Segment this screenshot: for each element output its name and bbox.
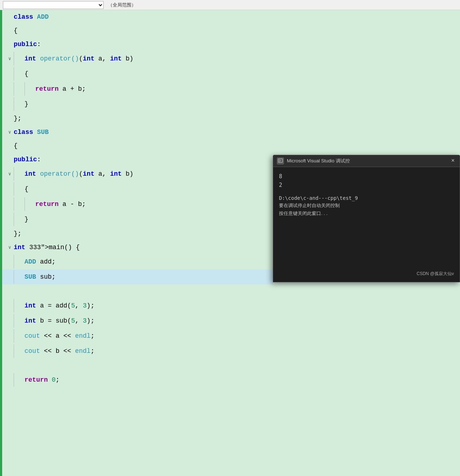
code-line: ∨int operator()(int a, int b) [2,166,274,181]
code-editor: class ADD{public:∨int operator()(int a, … [0,10,274,476]
console-titlebar: Microsoft Visual Studio 调试控 × [273,155,460,167]
indent-line [14,270,24,284]
code-line: { [2,139,274,153]
code-content: public: [14,41,41,48]
console-output-1: 8 [279,172,454,181]
fold-arrow-icon[interactable]: ∨ [6,244,14,250]
code-line: }; [2,227,274,241]
fold-arrow-icon[interactable]: ∨ [6,56,14,62]
code-line [2,284,274,298]
code-content: return a - b; [35,201,86,208]
code-line: cout << a << endl; [2,328,274,343]
code-lines-container: class ADD{public:∨int operator()(int a, … [2,10,274,476]
console-body: 8 2 D:\code\c-and---cpp\test_9 要在调试停止时自动… [273,167,460,268]
code-content: int operator()(int a, int b) [24,170,134,178]
console-msg1: 要在调试停止时自动关闭控制 [279,202,454,209]
fold-arrow-icon[interactable]: ∨ [6,129,14,135]
code-line: { [2,181,274,197]
code-content: class SUB [14,129,49,136]
code-line: cout << b << endl; [2,343,274,359]
code-line: SUB sub; [2,269,274,284]
indent-line [14,67,24,81]
code-line: { [2,66,274,81]
code-content: { [24,70,28,77]
code-content: int a = add(5, 3); [24,302,94,309]
console-output-2: 2 [279,181,454,189]
code-content: { [14,27,18,34]
code-content: int 333">main() { [14,244,80,251]
indent-line [14,344,24,358]
console-path: D:\code\c-and---cpp\test_9 [279,195,454,201]
code-line: } [2,96,274,112]
code-line: class ADD [2,10,274,24]
code-content: public: [14,156,41,163]
console-icon [277,157,284,165]
code-content: return 0; [24,376,59,383]
code-content: cout << a << endl; [24,332,94,340]
indent-line [14,314,24,328]
indent-line [14,299,24,313]
code-line: ADD add; [2,254,274,269]
code-content: } [24,216,28,223]
indent-line [14,212,24,226]
indent-line [24,197,35,211]
console-footer: CSDN @孤寂大仙v [273,268,460,282]
code-content: { [24,185,28,193]
code-line: return 0; [2,372,274,387]
indent-line [14,167,24,181]
indent-line [14,373,24,387]
code-line: } [2,212,274,227]
code-content: cout << b << endl; [24,347,94,355]
code-line: ∨class SUB [2,125,274,139]
code-line [2,359,274,372]
code-line: int b = sub(5, 3); [2,313,274,328]
indent-line [14,329,24,343]
fold-arrow-icon[interactable]: ∨ [6,171,14,177]
indent-line [14,82,24,96]
indent-line [14,197,24,211]
code-content: SUB sub; [24,273,55,280]
code-content: class ADD [14,13,49,21]
toolbar: （全局范围） [0,0,460,10]
code-line: return a - b; [2,197,274,212]
indent-line [14,97,24,111]
code-line: public: [2,37,274,51]
scope-label: （全局范围） [108,2,136,8]
code-content: } [24,100,28,108]
indent-line [14,255,24,269]
code-content: int b = sub(5, 3); [24,317,94,324]
console-popup: Microsoft Visual Studio 调试控 × 8 2 D:\cod… [273,155,460,282]
code-line: public: [2,153,274,166]
scope-dropdown[interactable] [3,1,104,9]
indent-line [24,82,35,96]
code-content: }; [14,115,22,122]
console-close-button[interactable]: × [450,158,456,164]
indent-line [14,182,24,196]
code-line: return a + b; [2,81,274,96]
code-line: { [2,24,274,37]
code-content: return a + b; [35,85,86,93]
code-content: { [14,142,18,149]
code-line: }; [2,112,274,125]
code-content: int operator()(int a, int b) [24,55,134,62]
code-content: }; [14,230,22,237]
console-title: Microsoft Visual Studio 调试控 [287,158,450,164]
code-line: ∨int 333">main() { [2,241,274,254]
indent-line [14,52,24,66]
console-msg2: 按任意键关闭此窗口. . . [279,210,454,217]
code-line: int a = add(5, 3); [2,298,274,313]
code-content: ADD add; [24,258,55,265]
code-line: ∨int operator()(int a, int b) [2,51,274,66]
